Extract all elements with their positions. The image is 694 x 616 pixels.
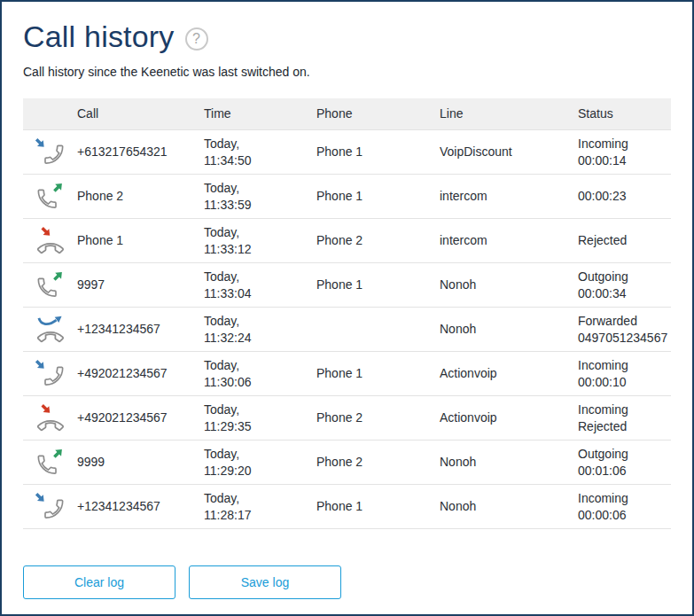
page-title: Call history <box>23 19 175 54</box>
phone-cell: Phone 1 <box>316 144 440 160</box>
time-cell: Today,11:29:20 <box>204 446 316 480</box>
incoming-call-icon <box>34 358 67 389</box>
status-cell: Outgoing00:01:06 <box>578 446 671 480</box>
time-cell: Today,11:32:24 <box>204 313 316 347</box>
call-cell: +492021234567 <box>77 365 204 382</box>
time-cell: Today,11:28:17 <box>204 490 316 524</box>
line-cell: Nonoh <box>440 498 578 515</box>
time-cell: Today,11:34:50 <box>204 136 316 169</box>
time-line-1: Today, <box>204 180 316 197</box>
call-type-cell <box>23 358 77 389</box>
status-line-1: Incoming <box>578 402 671 418</box>
table-body: +613217654321Today,11:34:50Phone 1VoipDi… <box>23 130 671 529</box>
table-row: 9997Today,11:33:04Phone 1NonohOutgoing00… <box>23 263 671 308</box>
call-type-cell <box>23 491 77 522</box>
call-cell: Phone 1 <box>77 232 204 249</box>
outgoing-call-icon <box>34 181 67 212</box>
time-line-1: Today, <box>204 357 316 374</box>
status-line-2: Rejected <box>578 418 671 435</box>
call-cell: +12341234567 <box>77 498 204 515</box>
status-line-2: 0497051234567 <box>578 330 671 347</box>
time-line-2: 11:33:04 <box>204 285 316 302</box>
table-row: +12341234567Today,11:28:17Phone 1NonohIn… <box>23 485 671 529</box>
status-line-1: Outgoing <box>578 446 671 463</box>
time-line-2: 11:29:35 <box>204 418 316 435</box>
time-line-1: Today, <box>204 224 316 241</box>
status-line-2: 00:00:14 <box>578 152 671 169</box>
call-cell: 9997 <box>77 277 204 293</box>
time-line-2: 11:33:12 <box>204 241 316 258</box>
status-cell: Forwarded0497051234567 <box>578 313 671 347</box>
call-type-cell <box>23 447 77 478</box>
line-cell: intercom <box>440 188 578 205</box>
call-cell: 9999 <box>77 454 204 471</box>
call-type-cell <box>23 136 77 168</box>
call-history-table: Call Time Phone Line Status +61321765432… <box>23 98 671 529</box>
page-subtitle: Call history since the Keenetic was last… <box>23 65 671 79</box>
status-line-2: 00:00:34 <box>578 285 671 302</box>
time-line-1: Today, <box>204 313 316 330</box>
call-history-page: Call history ? Call history since the Ke… <box>2 19 692 599</box>
table-row: +492021234567Today,11:30:06Phone 1Action… <box>23 352 671 396</box>
header-cell-status: Status <box>578 105 671 122</box>
table-row: 9999Today,11:29:20Phone 2NonohOutgoing00… <box>23 441 671 485</box>
table-row: +492021234567Today,11:29:35Phone 2Action… <box>23 396 671 441</box>
forwarded-call-icon <box>34 314 67 345</box>
incoming-call-icon <box>34 136 67 168</box>
status-line-1: Forwarded <box>578 313 671 330</box>
status-line-2: 00:00:10 <box>578 374 671 391</box>
call-cell: +613217654321 <box>77 144 204 160</box>
time-line-1: Today, <box>204 269 316 285</box>
rejected-call-icon <box>34 225 67 256</box>
phone-cell: Phone 2 <box>316 232 440 249</box>
table-row: +12341234567Today,11:32:24NonohForwarded… <box>23 308 671 352</box>
action-buttons: Clear log Save log <box>23 565 671 599</box>
time-line-1: Today, <box>204 402 316 418</box>
time-line-2: 11:28:17 <box>204 507 316 524</box>
call-type-cell <box>23 181 77 212</box>
status-cell: IncomingRejected <box>578 402 671 435</box>
outgoing-call-icon <box>34 447 67 478</box>
call-type-cell <box>23 225 77 256</box>
time-line-1: Today, <box>204 446 316 463</box>
header-cell-line: Line <box>440 105 578 122</box>
time-cell: Today,11:30:06 <box>204 357 316 391</box>
status-line-1: Incoming <box>578 490 671 507</box>
time-line-2: 11:29:20 <box>204 463 316 480</box>
save-log-button[interactable]: Save log <box>189 565 341 599</box>
phone-cell: Phone 2 <box>316 409 440 426</box>
line-cell: Actionvoip <box>440 409 578 426</box>
time-line-1: Today, <box>204 490 316 507</box>
page-header: Call history ? <box>23 19 671 54</box>
table-row: +613217654321Today,11:34:50Phone 1VoipDi… <box>23 130 671 175</box>
outgoing-call-icon <box>34 269 67 300</box>
phone-cell: Phone 1 <box>316 498 440 515</box>
status-cell: 00:00:23 <box>578 188 671 205</box>
time-cell: Today,11:33:04 <box>204 269 316 302</box>
status-cell: Rejected <box>578 232 671 249</box>
table-row: Phone 2Today,11:33:59Phone 1intercom00:0… <box>23 175 671 219</box>
status-line-1: Incoming <box>578 357 671 374</box>
status-line-1: Outgoing <box>578 269 671 285</box>
phone-cell: Phone 1 <box>316 365 440 382</box>
line-cell: Nonoh <box>440 277 578 293</box>
status-line-1: Incoming <box>578 136 671 152</box>
table-header-row: Call Time Phone Line Status <box>23 98 671 130</box>
time-line-2: 11:34:50 <box>204 152 316 169</box>
header-cell-phone: Phone <box>316 105 440 122</box>
call-cell: +492021234567 <box>77 409 204 426</box>
phone-cell: Phone 1 <box>316 188 440 205</box>
phone-cell: Phone 1 <box>316 277 440 293</box>
clear-log-button[interactable]: Clear log <box>23 565 175 599</box>
status-cell: Incoming00:00:06 <box>578 490 671 524</box>
time-line-2: 11:30:06 <box>204 374 316 391</box>
help-icon[interactable]: ? <box>185 27 208 51</box>
line-cell: Nonoh <box>440 454 578 471</box>
status-line-1: Rejected <box>578 232 671 249</box>
time-cell: Today,11:33:12 <box>204 224 316 258</box>
line-cell: Actionvoip <box>440 365 578 382</box>
time-line-2: 11:33:59 <box>204 197 316 214</box>
status-line-2: 00:00:06 <box>578 507 671 524</box>
call-cell: +12341234567 <box>77 321 204 338</box>
line-cell: intercom <box>440 232 578 249</box>
